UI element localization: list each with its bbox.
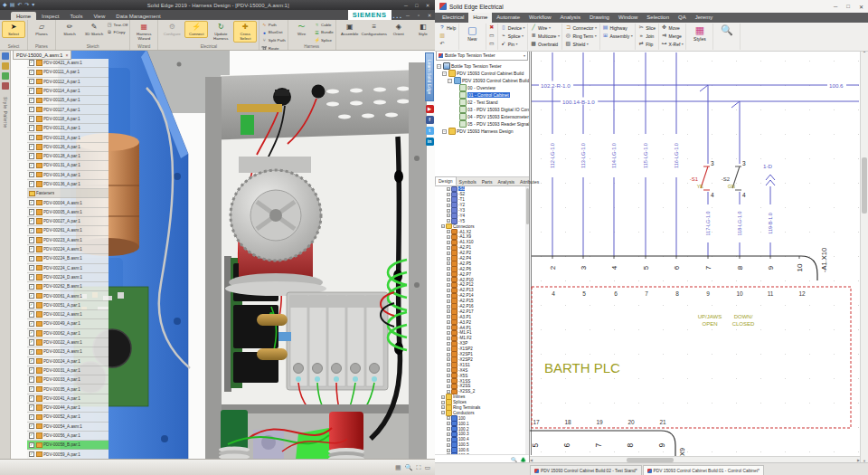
checkbox[interactable]: ✓ (29, 376, 35, 383)
ribbon-tab-home[interactable]: Home (11, 12, 36, 20)
menu-tab-window[interactable]: Window (614, 13, 642, 23)
pathfinder-item-row[interactable]: ✓PDV-00035_A.par:1 (27, 385, 108, 394)
linkedin-icon[interactable]: in (426, 138, 434, 146)
undo-icon[interactable]: ↶ (17, 0, 22, 10)
sync-icon[interactable]: ▪ (393, 14, 395, 20)
checkbox[interactable]: ✓ (29, 442, 35, 449)
flip-button[interactable]: ⇄Flip (638, 40, 656, 48)
schematic-canvas[interactable]: 102.2-R-1.0100.6100.14-B-1.0112-LG-1.011… (529, 49, 861, 463)
expander-icon[interactable]: + (447, 320, 450, 324)
expander-icon[interactable]: + (441, 401, 445, 404)
expander-icon[interactable]: + (447, 416, 450, 420)
checkbox[interactable]: ✓ (29, 349, 35, 356)
expander-icon[interactable]: + (447, 422, 450, 425)
pathfinder-item-row[interactable]: ✓PDV-00027_A.par:1 (27, 217, 108, 226)
share-icon[interactable]: ▪ (396, 14, 398, 20)
checkbox[interactable]: ✓ (29, 246, 35, 252)
menu-tab-jeremy[interactable]: Jeremy (691, 13, 718, 23)
ribbon-tab-tools[interactable]: Tools (64, 12, 88, 20)
app-icon[interactable]: ◆ (3, 0, 7, 10)
checkbox[interactable]: ✓ (29, 153, 35, 159)
pathfinder-item-row[interactable]: ✓PDV-00224_A.asm:1 (27, 245, 108, 254)
wire-button[interactable]: ╱Wire▾ (531, 24, 560, 32)
panel-tab-symbols[interactable]: Symbols (457, 178, 479, 185)
highway-button[interactable]: ▤Highway (602, 24, 633, 32)
shield-button[interactable]: ▧Shield▾ (565, 40, 597, 48)
del-button[interactable]: ✖ (488, 24, 495, 32)
checkbox[interactable]: ✓ (29, 228, 35, 234)
expander-icon[interactable]: + (447, 363, 450, 366)
pathfinder-item-row[interactable]: ✓PDV-00117_A.par:1 (27, 105, 108, 114)
grid-icon[interactable]: ▦ (395, 464, 401, 471)
help-icon[interactable]: ▪ (400, 14, 401, 20)
harness-wizard-button[interactable]: ▦Harness Wizard (132, 21, 156, 43)
slice-button[interactable]: ✂Slice (638, 24, 656, 32)
orient-button[interactable]: ◈Orient (387, 21, 410, 38)
window-icon[interactable]: ▭ (424, 464, 430, 471)
expander-icon[interactable]: + (447, 272, 450, 276)
pathfinder-item-row[interactable]: ✓PDV-00224_B.asm:1 (27, 254, 108, 263)
checkbox[interactable]: ✓ (29, 330, 35, 337)
plc-boundary[interactable] (532, 287, 851, 428)
expander-icon[interactable]: + (447, 374, 450, 377)
tree-scrollbar[interactable] (525, 186, 529, 454)
save-icon[interactable]: ▤ (10, 0, 15, 10)
x-ref-button[interactable]: ⊶X-Ref▾ (661, 40, 684, 48)
schematic-drawing[interactable]: 102.2-R-1.0100.6100.14-B-1.0112-LG-1.011… (529, 49, 861, 463)
vertical-scrollbar[interactable]: ▲ ▼ (860, 49, 868, 463)
close-icon[interactable]: × (65, 52, 68, 58)
pathfinder-item-row[interactable]: ✓PDV-00131_A.par:1 (27, 161, 108, 170)
expander-icon[interactable]: + (447, 326, 450, 329)
pathfinder-item-row[interactable]: ✓PDV-00114_A.par:1 (27, 87, 108, 96)
pathfinder-item-row[interactable]: ✓PDV-00031_A.par:1 (27, 366, 108, 375)
pathfinder-item-row[interactable]: ✓PDV-00123_A.par:1 (27, 133, 108, 142)
expander-icon[interactable]: + (447, 379, 450, 383)
expander-icon[interactable]: − (442, 71, 447, 76)
checkbox[interactable]: ✓ (29, 395, 35, 402)
green-connector[interactable] (241, 115, 254, 135)
expander-icon[interactable]: + (447, 305, 450, 309)
layers-icon[interactable] (2, 72, 9, 80)
pathfinder-item-row[interactable]: ✓PDV-00261_A.asm:1 (27, 226, 108, 235)
pathfinder-item-row[interactable]: ✓PDV-00111_A.par:1 (27, 68, 108, 77)
merge-button[interactable]: ⇉Merge (661, 32, 684, 40)
expander-icon[interactable]: + (447, 453, 450, 454)
expander-icon[interactable]: + (447, 193, 450, 196)
pathfinder-item-row[interactable]: ✓PDV-00044_A.par:1 (27, 404, 108, 413)
checkbox[interactable]: ✓ (29, 265, 35, 271)
pathfinder-item-row[interactable]: ✓PDV-00262_B.asm:1 (27, 282, 108, 291)
find-button[interactable]: 🔍 (716, 24, 738, 48)
project-tree-item[interactable]: −PDV 15093 Harness Design (435, 128, 529, 135)
project-tree-item[interactable]: 01 - Control Cabinet (435, 91, 529, 99)
expander-icon[interactable]: + (447, 347, 450, 351)
expander-icon[interactable]: + (447, 315, 450, 318)
ribbon-tab-data-management[interactable]: Data Management (110, 12, 165, 20)
splice-button[interactable]: ⌁Splice▾ (500, 32, 524, 40)
pathfinder-item-row[interactable]: ✓PDV-00049_A.par:1 (27, 319, 108, 328)
sheet-tab[interactable]: PDV 15093 Control Cabinet Build:02 - Tes… (530, 465, 642, 475)
expander-icon[interactable]: + (447, 214, 450, 217)
panel-tab-parts[interactable]: Parts (479, 178, 495, 185)
checkbox[interactable]: ✓ (29, 321, 35, 328)
panel-tab-analysis[interactable]: Analysis (495, 178, 517, 185)
checkbox[interactable]: ✓ (29, 451, 35, 458)
bluedot-button[interactable]: ●BlueDot (261, 29, 285, 37)
expander-icon[interactable]: − (437, 64, 441, 69)
expander-icon[interactable]: + (447, 427, 450, 431)
pathfinder-item-row[interactable]: ✓PDV-00136_A.par:1 (27, 180, 108, 189)
fit-icon[interactable]: ⛶ (416, 464, 420, 471)
move-button[interactable]: ✥Move (661, 24, 684, 32)
pathfinder-item-row[interactable]: ✓PDV-00112_A.par:1 (27, 78, 108, 87)
checkbox[interactable]: ✓ (29, 135, 35, 141)
cross-select-button[interactable]: ✚Cross Select (233, 21, 257, 43)
checkbox[interactable]: ✓ (29, 423, 35, 430)
project-tree-item[interactable]: 05 - PDV 15093 Reader Signals Conn (435, 120, 529, 128)
menu-tab-workflow[interactable]: Workflow (524, 13, 556, 23)
split-path-button[interactable]: ⑂Split Path (261, 36, 285, 44)
maximize-icon[interactable]: □ (846, 4, 850, 10)
pathfinder-item-row[interactable]: ✓PDV-00058_B.par:1 (27, 441, 108, 450)
pathfinder-item-row[interactable]: ✓PDV-00121_A.par:1 (27, 124, 108, 133)
planes-button[interactable]: ▱Planes (30, 21, 53, 38)
tree-icon[interactable]: 🌲 (520, 457, 526, 462)
menu-tab-electrical[interactable]: Electrical (438, 13, 468, 23)
